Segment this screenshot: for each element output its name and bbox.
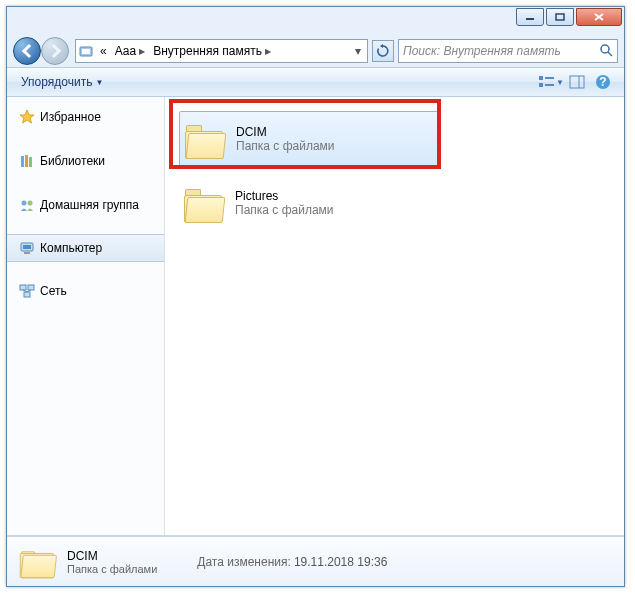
back-button[interactable]: [13, 37, 41, 65]
forward-button[interactable]: [41, 37, 69, 65]
forward-arrow-icon: [46, 44, 60, 58]
svg-rect-24: [24, 292, 30, 297]
folder-desc: Папка с файлами: [236, 139, 335, 153]
help-button[interactable]: ?: [590, 71, 616, 93]
content-pane[interactable]: DCIM Папка с файлами Pictures Папка с фа…: [165, 97, 624, 535]
tree-network[interactable]: Сеть: [7, 277, 164, 305]
nav-tree: Избранное Библиотеки Домашняя группа Ком…: [7, 97, 165, 535]
libraries-icon: [19, 153, 35, 169]
svg-rect-22: [20, 285, 26, 290]
svg-rect-21: [24, 252, 30, 254]
svg-rect-3: [82, 49, 90, 54]
refresh-button[interactable]: [372, 40, 394, 62]
svg-rect-20: [23, 245, 31, 249]
tree-label: Компьютер: [40, 241, 102, 255]
minimize-button[interactable]: [516, 8, 544, 26]
breadcrumb-prefix-text: «: [100, 44, 107, 58]
svg-rect-15: [25, 155, 28, 167]
tree-favorites[interactable]: Избранное: [7, 103, 164, 131]
chevron-icon: ▶: [265, 47, 271, 56]
toolbar: Упорядочить▼ ▼ ?: [7, 67, 624, 97]
address-icon: [78, 43, 94, 59]
homegroup-icon: [19, 197, 35, 213]
details-name: DCIM: [67, 549, 157, 563]
details-date: Дата изменения: 19.11.2018 19:36: [197, 555, 387, 569]
date-label: Дата изменения:: [197, 555, 291, 569]
back-arrow-icon: [21, 44, 35, 58]
address-bar[interactable]: « Ааа▶ Внутренняя память▶ ▾: [75, 39, 368, 63]
star-icon: [19, 109, 35, 125]
breadcrumb-seg-2[interactable]: Внутренняя память▶: [149, 40, 275, 62]
svg-rect-23: [28, 285, 34, 290]
tree-label: Сеть: [40, 284, 67, 298]
svg-rect-10: [570, 76, 584, 88]
folder-icon: [184, 119, 226, 159]
tree-label: Домашняя группа: [40, 198, 139, 212]
nav-row: « Ааа▶ Внутренняя память▶ ▾ Поиск: Внутр…: [7, 35, 624, 67]
organize-button[interactable]: Упорядочить▼: [15, 73, 109, 91]
tree-computer[interactable]: Компьютер: [7, 234, 164, 262]
svg-point-18: [28, 201, 33, 206]
folder-name: DCIM: [236, 125, 335, 139]
breadcrumb-prefix[interactable]: «: [96, 40, 111, 62]
details-desc: Папка с файлами: [67, 563, 157, 575]
svg-rect-8: [545, 77, 554, 79]
tree-libraries[interactable]: Библиотеки: [7, 147, 164, 175]
maximize-button[interactable]: [546, 8, 574, 26]
svg-rect-1: [556, 14, 564, 20]
close-button[interactable]: [576, 8, 622, 26]
search-input[interactable]: Поиск: Внутренняя память: [398, 39, 618, 63]
details-pane: DCIM Папка с файлами Дата изменения: 19.…: [7, 536, 624, 586]
tree-label: Избранное: [40, 110, 101, 124]
breadcrumb-text: Внутренняя память: [153, 44, 262, 58]
svg-point-17: [22, 201, 27, 206]
preview-pane-button[interactable]: [564, 71, 590, 93]
view-button[interactable]: ▼: [538, 71, 564, 93]
folder-item-dcim[interactable]: DCIM Папка с файлами: [179, 111, 439, 167]
tree-label: Библиотеки: [40, 154, 105, 168]
search-placeholder: Поиск: Внутренняя память: [403, 44, 561, 58]
svg-rect-0: [526, 18, 534, 20]
breadcrumb-seg-1[interactable]: Ааа▶: [111, 40, 150, 62]
explorer-window: « Ааа▶ Внутренняя память▶ ▾ Поиск: Внутр…: [6, 6, 625, 587]
chevron-icon: ▶: [139, 47, 145, 56]
breadcrumb-text: Ааа: [115, 44, 137, 58]
computer-icon: [19, 240, 35, 256]
search-icon: [599, 43, 613, 60]
svg-text:?: ?: [599, 75, 606, 89]
folder-icon: [19, 545, 53, 577]
svg-rect-6: [539, 76, 543, 80]
address-dropdown-icon[interactable]: ▾: [355, 44, 361, 58]
svg-rect-14: [21, 156, 24, 167]
folder-icon: [183, 183, 225, 223]
svg-rect-9: [545, 84, 554, 86]
folder-desc: Папка с файлами: [235, 203, 334, 217]
organize-label: Упорядочить: [21, 75, 92, 89]
nav-buttons: [13, 36, 71, 66]
tree-homegroup[interactable]: Домашняя группа: [7, 191, 164, 219]
dropdown-icon: ▼: [95, 78, 103, 87]
folder-item-pictures[interactable]: Pictures Папка с файлами: [179, 175, 439, 231]
folder-name: Pictures: [235, 189, 334, 203]
svg-point-4: [601, 45, 609, 53]
date-value: 19.11.2018 19:36: [294, 555, 387, 569]
svg-rect-16: [29, 157, 32, 167]
svg-line-5: [608, 52, 612, 56]
body: Избранное Библиотеки Домашняя группа Ком…: [7, 97, 624, 536]
svg-rect-7: [539, 83, 543, 87]
network-icon: [19, 283, 35, 299]
titlebar: [7, 7, 624, 35]
